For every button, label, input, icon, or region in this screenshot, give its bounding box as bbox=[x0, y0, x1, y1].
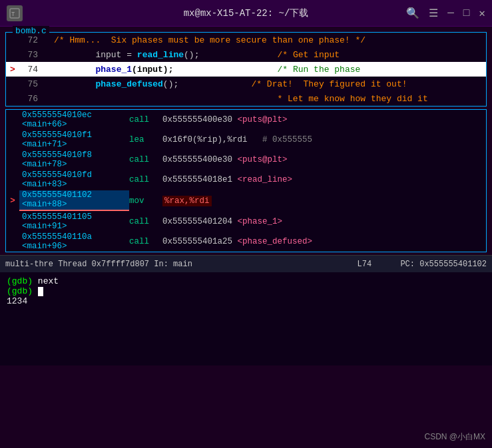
asm-addr-7: 0x55555540110a <main+96> bbox=[19, 232, 129, 251]
line-arrow-74: > bbox=[6, 62, 19, 77]
asm-line-1: 0x5555554010ec <main+66> call 0x55555540… bbox=[6, 110, 486, 130]
terminal-panel[interactable]: (gdb) next (gdb) 1234 bbox=[0, 272, 492, 365]
asm-line-7: 0x55555540110a <main+96> call 0x55555540… bbox=[6, 232, 486, 252]
asm-operand-2: 0x16f0(%rip),%rdi # 0x555555 bbox=[162, 135, 486, 144]
line-info: L74 bbox=[358, 260, 372, 269]
line-number-74: 74 bbox=[19, 62, 43, 77]
search-icon[interactable]: 🔍 bbox=[406, 7, 419, 20]
line-code-75: phase_defused(); /* Drat! They figured i… bbox=[43, 77, 486, 91]
gdb-prompt-2: (gdb) bbox=[7, 286, 33, 296]
asm-instr-2: lea bbox=[129, 135, 162, 144]
asm-addr-5: 0x555555401102 <main+88> bbox=[19, 190, 129, 211]
titlebar-left: T bbox=[7, 5, 23, 21]
terminal-icon: T bbox=[7, 5, 23, 21]
terminal-cursor bbox=[38, 287, 43, 296]
line-code-76: * Let me know how they did it bbox=[43, 91, 486, 106]
gdb-cmd-1: next bbox=[38, 276, 59, 286]
terminal-line-2: (gdb) bbox=[7, 286, 485, 296]
func-name: read_line bbox=[137, 50, 184, 60]
terminal-line-1: (gdb) next bbox=[7, 276, 485, 286]
asm-addr-1: 0x5555554010ec <main+66> bbox=[19, 111, 129, 129]
asm-instr-1: call bbox=[129, 115, 162, 124]
menu-icon[interactable]: ☰ bbox=[429, 7, 438, 20]
line-number-73: 73 bbox=[19, 47, 43, 62]
source-line-75: 75 phase_defused(); /* Drat! They figure… bbox=[6, 77, 486, 91]
line-arrow-75 bbox=[6, 77, 19, 91]
maximize-button[interactable]: □ bbox=[463, 7, 470, 19]
line-arrow-73 bbox=[6, 47, 19, 62]
asm-line-6: 0x555555401105 <main+91> call 0x55555540… bbox=[6, 212, 486, 232]
comment-text: /* Hmm... Six phases must be more secure… bbox=[54, 35, 366, 45]
asm-line-4: 0x5555554010fd <main+83> call 0x55555540… bbox=[6, 170, 486, 190]
line-code-73: input = read_line(); /* Get input bbox=[43, 47, 486, 62]
asm-instr-3: call bbox=[129, 155, 162, 164]
thread-info: multi-thre Thread 0x7ffff7d807 In: main bbox=[5, 260, 192, 269]
source-line-76: 76 * Let me know how they did it bbox=[6, 91, 486, 106]
line-code-72: /* Hmm... Six phases must be more secure… bbox=[43, 33, 486, 47]
asm-addr-6: 0x555555401105 <main+91> bbox=[19, 212, 129, 231]
source-line-73: 73 input = read_line(); /* Get input bbox=[6, 47, 486, 62]
asm-addr-2: 0x5555554010f1 <main+71> bbox=[19, 130, 129, 149]
watermark: CSDN @小白MX bbox=[424, 431, 485, 443]
asm-operand-7: 0x555555401a25 <phase_defused> bbox=[162, 237, 486, 246]
window-title: mx@mx-X15-AT-22: ~/下载 bbox=[184, 7, 309, 19]
window-controls: 🔍 ☰ ─ □ ✕ bbox=[406, 7, 485, 20]
line-arrow-76 bbox=[6, 91, 19, 106]
asm-line-2: 0x5555554010f1 <main+71> lea 0x16f0(%rip… bbox=[6, 130, 486, 150]
minimize-button[interactable]: ─ bbox=[447, 7, 454, 19]
line-code-74: phase_1(input); /* Run the phase bbox=[43, 62, 486, 77]
asm-addr-3: 0x5555554010f8 <main+78> bbox=[19, 150, 129, 169]
titlebar: T mx@mx-X15-AT-22: ~/下载 🔍 ☰ ─ □ ✕ bbox=[0, 0, 492, 27]
asm-addr-4: 0x5555554010fd <main+83> bbox=[19, 170, 129, 189]
asm-arrow-5: > bbox=[6, 196, 19, 206]
terminal-output-1: 1234 bbox=[7, 296, 485, 306]
source-line-74: > 74 phase_1(input); /* Run the phase bbox=[6, 62, 486, 77]
line-number-76: 76 bbox=[19, 91, 43, 106]
asm-line-5: > 0x555555401102 <main+88> mov %rax,%rdi bbox=[6, 190, 486, 212]
line-number-75: 75 bbox=[19, 77, 43, 91]
asm-panel: 0x5555554010ec <main+66> call 0x55555540… bbox=[5, 109, 487, 252]
close-button[interactable]: ✕ bbox=[479, 7, 485, 20]
asm-instr-5: mov bbox=[129, 196, 162, 206]
asm-instr-7: call bbox=[129, 237, 162, 246]
gdb-output-text: 1234 bbox=[7, 296, 27, 306]
pc-info: PC: 0x555555401102 bbox=[400, 260, 487, 269]
asm-operand-3: 0x555555400e30 <puts@plt> bbox=[162, 155, 486, 164]
asm-instr-4: call bbox=[129, 175, 162, 184]
source-panel: bomb.c 72 /* Hmm... Six phases must be m… bbox=[5, 32, 487, 107]
asm-operand-6: 0x555555401204 <phase_1> bbox=[162, 217, 486, 226]
asm-line-3: 0x5555554010f8 <main+78> call 0x55555540… bbox=[6, 150, 486, 170]
source-filename: bomb.c bbox=[13, 26, 49, 36]
gdb-prompt-1: (gdb) bbox=[7, 276, 33, 286]
asm-operand-5: %rax,%rdi bbox=[162, 196, 486, 206]
svg-text:T: T bbox=[11, 11, 15, 18]
asm-instr-6: call bbox=[129, 217, 162, 226]
spacer bbox=[376, 260, 395, 269]
asm-operand-1: 0x555555400e30 <puts@plt> bbox=[162, 115, 486, 124]
source-line-72: 72 /* Hmm... Six phases must be more sec… bbox=[6, 33, 486, 47]
func-call-phase1: phase_1(input); bbox=[54, 65, 173, 75]
location-info: L74 PC: 0x555555401102 bbox=[358, 260, 487, 269]
code-text: input = bbox=[54, 50, 137, 60]
statusbar: multi-thre Thread 0x7ffff7d807 In: main … bbox=[0, 255, 492, 272]
asm-operand-4: 0x5555554018e1 <read_line> bbox=[162, 175, 486, 184]
